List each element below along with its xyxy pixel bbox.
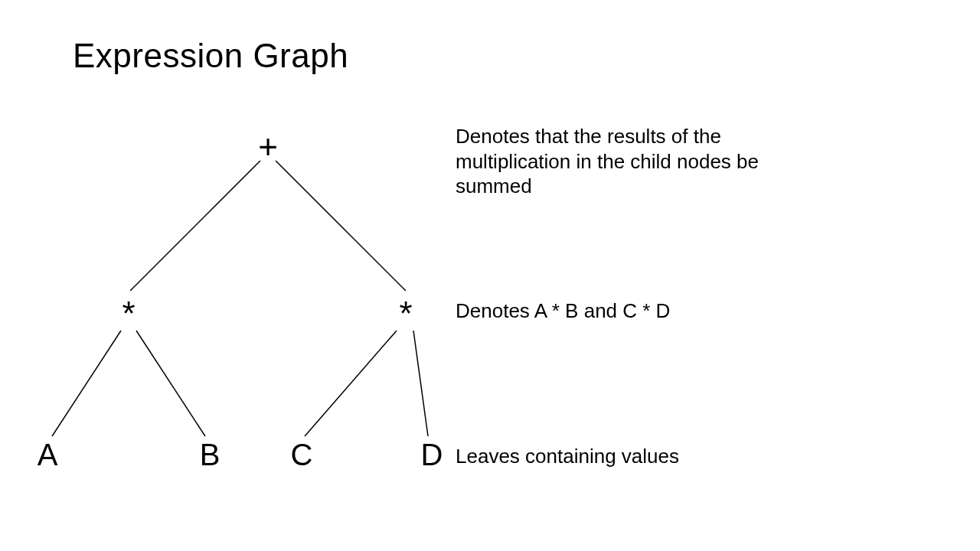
node-leaf-a: A	[38, 438, 58, 472]
page-title: Expression Graph	[73, 37, 348, 75]
svg-line-3	[136, 331, 205, 436]
svg-line-5	[413, 331, 428, 436]
tree-edges	[31, 115, 459, 505]
annotation-leaf: Leaves containing values	[456, 444, 679, 469]
svg-line-0	[130, 161, 260, 291]
node-leaf-b: B	[200, 438, 220, 472]
node-mul-left: *	[122, 295, 135, 333]
svg-line-4	[305, 331, 397, 436]
annotation-mul: Denotes A * B and C * D	[456, 298, 670, 324]
node-leaf-d: D	[421, 438, 443, 472]
annotation-root: Denotes that the results of the multipli…	[456, 124, 838, 199]
svg-line-1	[276, 161, 406, 291]
svg-line-2	[52, 331, 121, 436]
node-mul-right: *	[399, 295, 412, 333]
node-plus: +	[258, 128, 278, 166]
expression-tree: + * * A B C D	[31, 115, 459, 505]
node-leaf-c: C	[291, 438, 313, 472]
